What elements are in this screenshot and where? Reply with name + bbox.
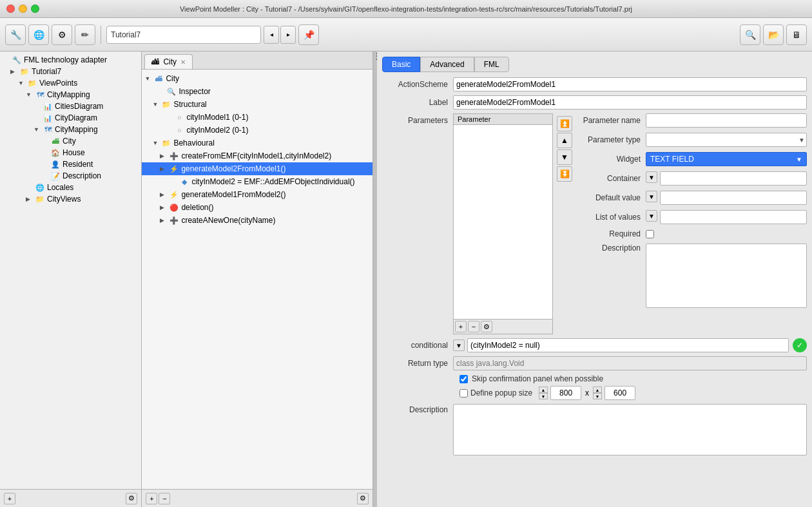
sidebar-item-resident[interactable]: 👤 Resident: [0, 158, 141, 170]
tab-fml[interactable]: FML: [474, 57, 509, 72]
sidebar-item-tutorial7[interactable]: ▶ 📁 Tutorial7: [0, 66, 141, 77]
default-value-btn[interactable]: ▼: [646, 191, 657, 202]
toolbar-btn-3[interactable]: ⚙: [52, 24, 72, 45]
container-btn[interactable]: ▼: [646, 171, 657, 183]
list-of-values-btn[interactable]: ▼: [646, 210, 657, 222]
center-tree-generatemodel1[interactable]: ▶ ⚡ generateModel1FromModel2(): [142, 188, 372, 201]
move-top-button[interactable]: ⏫: [557, 116, 572, 131]
fml-icon: 🔧: [12, 55, 22, 65]
param-desc-input[interactable]: [646, 244, 807, 308]
minimize-button[interactable]: [19, 5, 27, 13]
description-icon: 📝: [50, 171, 61, 181]
sidebar-item-city[interactable]: 🏙 City: [0, 135, 141, 147]
popup-width-input[interactable]: [550, 386, 581, 400]
center-tree-cityinmodel2[interactable]: ○ cityInModel2 (0-1): [142, 124, 372, 137]
param-remove-button[interactable]: −: [468, 321, 479, 332]
tab-advanced[interactable]: Advanced: [420, 57, 474, 72]
toolbar-right-btn-3[interactable]: 🖥: [786, 24, 807, 45]
default-value-row: Default value ▼: [575, 191, 807, 205]
popup-height-up[interactable]: ▲: [593, 387, 602, 393]
widget-select[interactable]: TEXT FIELD ▼: [646, 152, 807, 166]
conditional-btn[interactable]: ▼: [453, 340, 465, 351]
popup-width-spinner[interactable]: ▲ ▼: [539, 387, 548, 399]
toolbar-btn-4[interactable]: ✏: [75, 24, 95, 45]
center-tree-createfromemf[interactable]: ▶ ➕ createFromEMF(cityInModel1,cityInMod…: [142, 149, 372, 162]
param-type-select[interactable]: ▼: [646, 133, 807, 147]
center-tree-createanewone[interactable]: ▶ ➕ createANewOne(cityName): [142, 214, 372, 227]
center-cityinmodel1-icon: ○: [174, 112, 184, 122]
center-tree-structural[interactable]: ▼ 📁 Structural: [142, 98, 372, 111]
close-button[interactable]: [6, 5, 15, 13]
sidebar-add-button[interactable]: +: [4, 493, 15, 504]
center-tree-generatemodel2[interactable]: ▶ ⚡ generateModel2FromModel1(): [142, 162, 372, 175]
map-icon-citymapping2: 🗺: [43, 124, 53, 135]
container-row: Container ▼: [575, 171, 807, 186]
center-tree-deletion[interactable]: ▶ 🔴 deletion(): [142, 201, 372, 214]
center-bottom-bar: + − ⚙: [142, 489, 372, 507]
move-down-button[interactable]: ▼: [557, 149, 572, 165]
center-arrow-createfromemf: ▶: [160, 153, 169, 159]
bottom-desc-input[interactable]: [453, 404, 807, 455]
sidebar-item-fml[interactable]: 🔧 FML technology adapter: [0, 54, 141, 66]
center-tree-addemf[interactable]: ◆ cityInModel2 = EMF::AddEMFObjectIndivi…: [142, 175, 372, 188]
nav-forward-button[interactable]: ▸: [280, 26, 296, 44]
nav-back-button[interactable]: ◂: [264, 26, 279, 44]
param-gear-button[interactable]: ⚙: [481, 321, 492, 332]
popup-height-spinner[interactable]: ▲ ▼: [593, 387, 602, 399]
center-tree-city[interactable]: ▼ 🏙 City: [142, 72, 372, 85]
sidebar-settings-button[interactable]: ⚙: [126, 493, 137, 504]
popup-size-checkbox[interactable]: [459, 389, 468, 397]
required-checkbox[interactable]: [646, 230, 654, 238]
default-value-input[interactable]: [660, 191, 807, 205]
action-scheme-input[interactable]: [453, 77, 807, 91]
center-add-button[interactable]: +: [146, 493, 157, 504]
sidebar-item-citydiagram[interactable]: 📊 CityDiagram: [0, 112, 141, 124]
sidebar-item-citymapping1[interactable]: ▼ 🗺 CityMapping: [0, 89, 141, 100]
toolbar-btn-2[interactable]: 🌐: [28, 24, 49, 45]
sidebar-item-cityviews[interactable]: ▶ 📁 CityViews: [0, 193, 141, 205]
center-tree-cityinmodel1[interactable]: ○ cityInModel1 (0-1): [142, 111, 372, 124]
nav-field[interactable]: Tutorial7: [106, 26, 261, 44]
label-input[interactable]: [453, 95, 807, 110]
nav-pin-button[interactable]: 📌: [298, 24, 319, 45]
sidebar-item-citiesdiagram[interactable]: 📊 CitiesDiagram: [0, 100, 141, 112]
center-tree-behavioural[interactable]: ▼ 📁 Behavioural: [142, 137, 372, 149]
locales-icon: 🌐: [35, 182, 45, 193]
center-tab-bar: 🏙 City ✕: [142, 52, 372, 70]
center-tab-close[interactable]: ✕: [180, 59, 186, 66]
move-bottom-button[interactable]: ⏬: [557, 166, 572, 182]
folder-icon-tutorial7: 📁: [19, 66, 30, 77]
param-name-input[interactable]: [646, 113, 807, 128]
sidebar-item-locales[interactable]: 🌐 Locales: [0, 182, 141, 193]
list-of-values-input[interactable]: [660, 210, 807, 224]
popup-height-down[interactable]: ▼: [593, 393, 602, 399]
move-up-button[interactable]: ▲: [557, 133, 572, 148]
center-settings-button[interactable]: ⚙: [357, 493, 369, 504]
popup-width-down[interactable]: ▼: [539, 393, 548, 399]
window-controls[interactable]: [6, 5, 39, 13]
sidebar-item-description[interactable]: 📝 Description: [0, 170, 141, 182]
maximize-button[interactable]: [31, 5, 39, 13]
container-label: Container: [575, 174, 646, 183]
popup-width-up[interactable]: ▲: [539, 387, 548, 393]
conditional-input[interactable]: [467, 338, 789, 352]
popup-height-input[interactable]: [604, 386, 635, 400]
widget-label: Widget: [575, 155, 646, 164]
tab-basic[interactable]: Basic: [382, 57, 420, 72]
center-createfromemf-icon: ➕: [169, 151, 179, 161]
sidebar-item-citymapping2[interactable]: ▼ 🗺 CityMapping: [0, 124, 141, 135]
center-remove-button[interactable]: −: [159, 493, 170, 504]
center-tab-city[interactable]: 🏙 City ✕: [144, 54, 193, 69]
toolbar-right-btn-1[interactable]: 🔍: [740, 24, 760, 45]
toolbar-btn-1[interactable]: 🔧: [5, 24, 26, 45]
param-add-button[interactable]: +: [455, 321, 467, 332]
toolbar-right-btn-2[interactable]: 📂: [763, 24, 784, 45]
sidebar-item-viewpoints[interactable]: ▼ 📁 ViewPoints: [0, 77, 141, 89]
skip-confirm-checkbox[interactable]: [459, 375, 468, 383]
sidebar-tree: 🔧 FML technology adapter ▶ 📁 Tutorial7 ▼…: [0, 52, 141, 489]
sidebar-item-house[interactable]: 🏠 House: [0, 147, 141, 158]
container-input[interactable]: [660, 171, 807, 186]
right-panel: Basic Advanced FML ActionScheme Label Pa…: [377, 52, 812, 507]
param-name-row: Parameter name: [575, 113, 807, 128]
center-tree-inspector[interactable]: 🔍 Inspector: [142, 85, 372, 98]
